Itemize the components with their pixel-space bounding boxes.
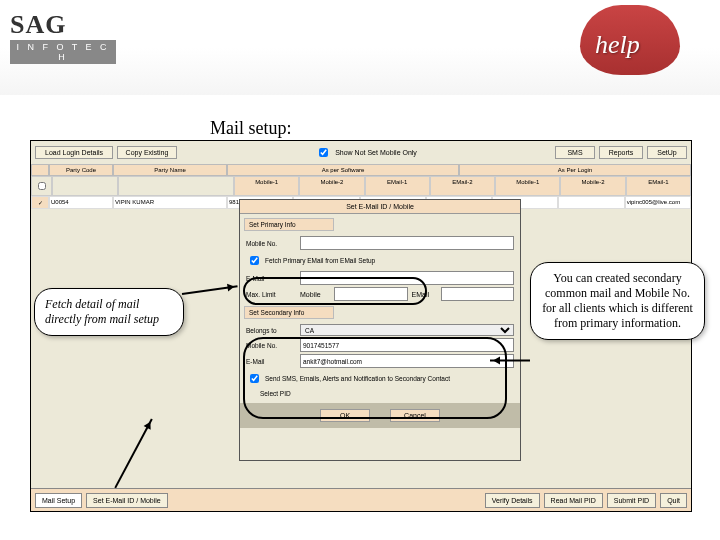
callout-secondary-text: You can created secondary common mail an… <box>530 262 705 340</box>
row-check[interactable]: ✓ <box>31 196 49 209</box>
primary-section: Set Primary Info <box>244 218 334 231</box>
col-as-login: As Per Login <box>459 164 691 176</box>
logo: SAG I N F O T E C H <box>10 10 116 64</box>
mobile-label: Mobile No. <box>246 240 296 247</box>
dialog-title: Set E-Mail ID / Mobile <box>240 200 520 214</box>
callout-fetch: Fetch detail of mail directly from mail … <box>34 288 184 336</box>
set-email-dialog: Set E-Mail ID / Mobile Set Primary Info … <box>239 199 521 461</box>
callout-fetch-text: Fetch detail of mail directly from mail … <box>34 288 184 336</box>
reports-button[interactable]: Reports <box>599 146 643 159</box>
page-title: Mail setup: <box>210 118 292 139</box>
help-label: help <box>595 30 640 60</box>
callout-secondary: You can created secondary common mail an… <box>530 262 705 340</box>
mail-setup-button[interactable]: Mail Setup <box>35 493 82 508</box>
read-pid-button[interactable]: Read Mail PID <box>544 493 603 508</box>
cell-name: VIPIN KUMAR <box>113 196 227 209</box>
col-party-name: Party Name <box>113 164 227 176</box>
bottom-toolbar: Mail Setup Set E-Mail ID / Mobile Verify… <box>31 488 691 511</box>
belongs-select[interactable]: CA <box>300 324 514 336</box>
fetch-primary-checkbox[interactable] <box>250 256 259 265</box>
col-party-code: Party Code <box>49 164 113 176</box>
copy-existing-button[interactable]: Copy Existing <box>117 146 177 159</box>
setup-button[interactable]: SetUp <box>647 146 687 159</box>
col-as-software: As per Software <box>227 164 459 176</box>
load-login-button[interactable]: Load Login Details <box>35 146 113 159</box>
logo-subtext: I N F O T E C H <box>10 40 116 64</box>
toolbar: Load Login Details Copy Existing Show No… <box>31 141 691 164</box>
primary-mobile-input[interactable] <box>300 236 514 250</box>
verify-button[interactable]: Verify Details <box>485 493 540 508</box>
cell-email-login: vipinc005@live.com <box>625 196 691 209</box>
sms-button[interactable]: SMS <box>555 146 595 159</box>
grid-header-top: Party Code Party Name As per Software As… <box>31 164 691 176</box>
select-all-checkbox[interactable] <box>38 182 46 190</box>
fetch-primary-label: Fetch Primary EMail from EMail Setup <box>265 257 375 264</box>
show-not-set-label: Show Not Set Mobile Only <box>335 149 417 156</box>
grid-header-sub: Mobile-1 Mobile-2 EMail-1 EMail-2 Mobile… <box>31 176 691 196</box>
quit-button[interactable]: Quit <box>660 493 687 508</box>
logo-text: SAG <box>10 10 116 40</box>
max-email-input[interactable] <box>441 287 515 301</box>
submit-pid-button[interactable]: Submit PID <box>607 493 656 508</box>
show-not-set-checkbox[interactable] <box>319 148 328 157</box>
page-header: SAG I N F O T E C H help <box>0 0 720 95</box>
cell-code: U0054 <box>49 196 113 209</box>
help-badge: help <box>570 5 700 95</box>
belongs-label: Belongs to <box>246 327 296 334</box>
set-email-id-button[interactable]: Set E-Mail ID / Mobile <box>86 493 168 508</box>
secondary-section: Set Secondary Info <box>244 306 334 319</box>
